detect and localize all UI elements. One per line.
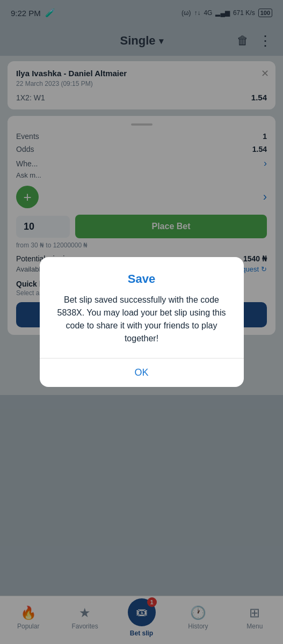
modal-overlay: Save Bet slip saved successfully with th…: [0, 0, 283, 644]
save-modal: Save Bet slip saved successfully with th…: [40, 257, 244, 387]
modal-message: Bet slip saved successfully with the cod…: [56, 294, 228, 345]
modal-body: Save Bet slip saved successfully with th…: [40, 257, 244, 345]
modal-ok-button[interactable]: OK: [40, 358, 244, 387]
modal-title: Save: [56, 272, 228, 286]
